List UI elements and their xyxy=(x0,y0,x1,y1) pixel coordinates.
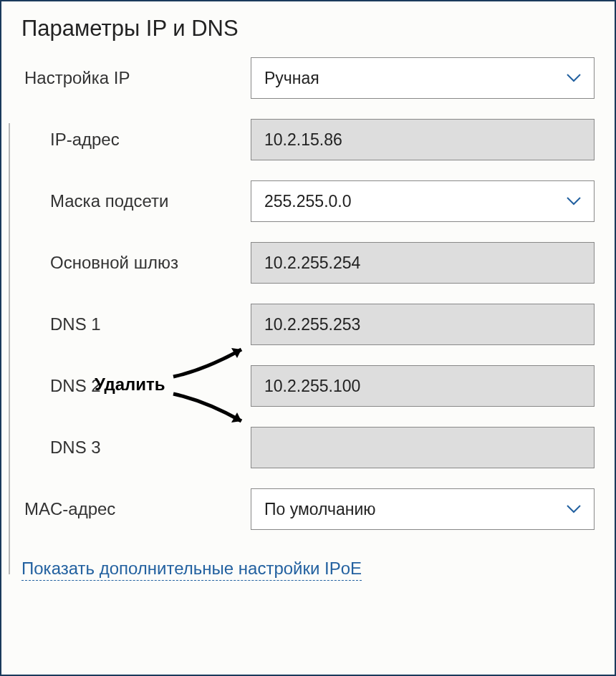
chevron-down-icon xyxy=(567,197,581,206)
ip-address-row: IP-адрес xyxy=(21,119,595,160)
mac-value: По умолчанию xyxy=(264,500,376,519)
gateway-field[interactable] xyxy=(264,243,581,283)
section-title: Параметры IP и DNS xyxy=(21,16,595,42)
mac-label: MAC-адрес xyxy=(21,499,251,519)
dns1-field[interactable] xyxy=(264,304,581,344)
annotation-delete-label: Удалить xyxy=(95,375,165,395)
dns2-input[interactable] xyxy=(251,365,595,407)
ip-config-row: Настройка IP Ручная xyxy=(21,57,595,99)
subnet-row: Маска подсети 255.255.0.0 xyxy=(21,180,595,222)
chevron-down-icon xyxy=(567,74,581,82)
ip-address-label: IP-адрес xyxy=(21,130,251,150)
mac-row: MAC-адрес По умолчанию xyxy=(21,488,595,530)
dns1-input[interactable] xyxy=(251,304,595,345)
dns3-label: DNS 3 xyxy=(21,438,251,458)
ip-config-select[interactable]: Ручная xyxy=(251,57,595,99)
dns2-field[interactable] xyxy=(264,366,581,406)
chevron-down-icon xyxy=(567,505,581,513)
gateway-input[interactable] xyxy=(251,242,595,284)
gateway-row: Основной шлюз xyxy=(21,242,595,284)
dns1-label: DNS 1 xyxy=(21,314,251,334)
dns1-row: DNS 1 xyxy=(21,304,595,345)
arrow-icon xyxy=(170,341,256,387)
ip-config-label: Настройка IP xyxy=(21,68,251,88)
ip-config-value: Ручная xyxy=(264,69,319,88)
tree-indent-line xyxy=(9,123,10,574)
ip-address-field[interactable] xyxy=(264,120,581,160)
gateway-label: Основной шлюз xyxy=(21,253,251,273)
ip-address-input[interactable] xyxy=(251,119,595,160)
mac-select[interactable]: По умолчанию xyxy=(251,488,595,530)
subnet-label: Маска подсети xyxy=(21,191,251,211)
subnet-select[interactable]: 255.255.0.0 xyxy=(251,180,595,222)
show-advanced-link[interactable]: Показать дополнительные настройки IPoE xyxy=(21,559,362,581)
arrow-icon xyxy=(170,388,256,434)
subnet-value: 255.255.0.0 xyxy=(264,192,352,211)
dns3-field[interactable] xyxy=(264,428,581,468)
dns3-input[interactable] xyxy=(251,427,595,468)
dns3-row: DNS 3 xyxy=(21,427,595,468)
